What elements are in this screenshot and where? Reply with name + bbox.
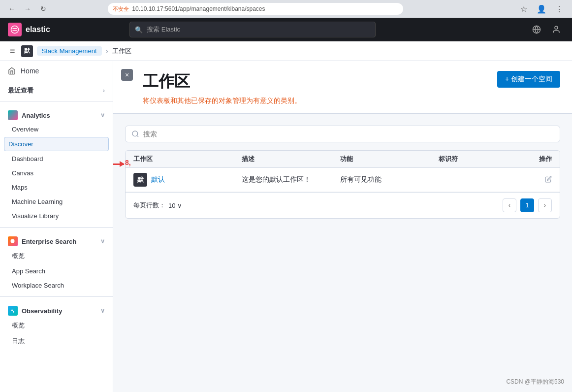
sidebar-item-overview[interactable]: Overview bbox=[0, 122, 113, 136]
enterprise-chevron-icon: ∨ bbox=[100, 238, 105, 245]
sidebar-item-ml[interactable]: Machine Learning bbox=[0, 195, 113, 209]
enterprise-label: Enterprise Search bbox=[22, 238, 76, 245]
sidebar-item-app-search[interactable]: App Search bbox=[0, 264, 113, 278]
workspace-badge: 默 bbox=[133, 173, 147, 187]
svg-line-9 bbox=[137, 135, 138, 137]
observability-label: Observability bbox=[22, 307, 62, 315]
sidebar-analytics-header[interactable]: Analytics ∨ bbox=[0, 105, 113, 122]
observability-section-label: Observability bbox=[8, 306, 62, 316]
prev-page-button[interactable]: ‹ bbox=[503, 198, 516, 212]
svg-point-6 bbox=[11, 239, 15, 243]
analytics-section-icon bbox=[8, 110, 18, 120]
content-header: × 工作区 将仪表板和其他已保存的对象管理为有意义的类别。 + 创建一个空间 bbox=[113, 61, 572, 114]
rows-per-page-select[interactable]: 10 ∨ bbox=[168, 202, 182, 209]
svg-point-5 bbox=[555, 26, 558, 29]
sidebar-enterprise-header[interactable]: Enterprise Search ∨ bbox=[0, 231, 113, 248]
sidebar-item-canvas[interactable]: Canvas bbox=[0, 166, 113, 180]
breadcrumb-management[interactable]: Stack Management bbox=[37, 46, 102, 56]
sidebar-recent-header[interactable]: 最近查看 › bbox=[0, 81, 113, 97]
rows-per-page: 每页行数： 10 ∨ bbox=[133, 201, 182, 210]
analytics-chevron-icon: ∨ bbox=[100, 112, 105, 119]
enterprise-section-icon bbox=[8, 236, 18, 246]
main-content: × 工作区 将仪表板和其他已保存的对象管理为有意义的类别。 + 创建一个空间 bbox=[113, 61, 572, 392]
main-layout: Home 最近查看 › Analytics ∨ Overview Discove… bbox=[0, 61, 572, 392]
kibana-topnav: elastic 🔍 搜索 Elastic bbox=[0, 18, 572, 41]
current-page-button[interactable]: 1 bbox=[520, 198, 534, 212]
user-icon-button[interactable] bbox=[548, 22, 564, 37]
elastic-logo[interactable]: elastic bbox=[8, 23, 50, 36]
pagination: 每页行数： 10 ∨ ‹ 1 › bbox=[126, 192, 560, 218]
sidebar-divider-1 bbox=[0, 101, 113, 101]
back-button[interactable]: ← bbox=[6, 3, 18, 15]
edit-pencil-icon[interactable] bbox=[545, 176, 552, 184]
search-placeholder-text: 搜索 Elastic bbox=[147, 25, 180, 34]
page-controls: ‹ 1 › bbox=[503, 198, 552, 212]
col-header-actions: 操作 bbox=[517, 155, 552, 163]
col-header-features: 功能 bbox=[340, 155, 439, 163]
next-page-button[interactable]: › bbox=[538, 198, 552, 212]
svg-point-0 bbox=[11, 26, 19, 33]
svg-point-8 bbox=[132, 131, 138, 136]
browser-actions: ☆ 👤 ⋮ bbox=[517, 3, 566, 15]
home-label: Home bbox=[21, 67, 39, 75]
browser-menu-button[interactable]: ⋮ bbox=[552, 3, 566, 15]
sidebar-item-enterprise-overview[interactable]: 概览 bbox=[0, 248, 113, 264]
workspace-edit-icon[interactable] bbox=[517, 176, 552, 184]
search-icon bbox=[131, 130, 139, 138]
globe-icon-button[interactable] bbox=[529, 22, 544, 37]
browser-bar: ← → ↻ 不安全 10.10.10.17:5601/app/managemen… bbox=[0, 0, 572, 18]
bookmark-button[interactable]: ☆ bbox=[517, 3, 531, 15]
sidebar-item-discover[interactable]: Discover bbox=[4, 137, 109, 151]
recent-chevron-icon: › bbox=[103, 87, 105, 94]
search-input-wrapper bbox=[126, 126, 560, 142]
rows-per-page-label: 每页行数： bbox=[133, 201, 165, 210]
forward-button[interactable]: → bbox=[22, 3, 33, 15]
secondary-nav: ≡ 默 Stack Management › 工作区 bbox=[0, 41, 572, 61]
rows-per-page-value: 10 bbox=[168, 202, 175, 209]
topnav-icons bbox=[529, 22, 564, 37]
workspace-description: 这是您的默认工作区！ bbox=[242, 175, 340, 184]
sidebar-item-visualize[interactable]: Visualize Library bbox=[0, 209, 113, 223]
hamburger-button[interactable]: ≡ bbox=[8, 44, 17, 58]
table-header: 工作区 描述 功能 标识符 操作 bbox=[126, 151, 560, 168]
search-bar[interactable]: 🔍 搜索 Elastic bbox=[129, 22, 376, 37]
table-row: 默 默认 这是您的默认工作区！ 所有可见功能 bbox=[126, 168, 560, 192]
sidebar-item-observability-overview[interactable]: 概览 bbox=[0, 318, 113, 333]
analytics-label: Analytics bbox=[22, 112, 50, 119]
observability-section-icon bbox=[8, 306, 18, 316]
table-container: 工作区 描述 功能 标识符 操作 默 默认 这是您的默认工作区！ 所有可见功能 bbox=[125, 150, 560, 219]
create-space-button[interactable]: + 创建一个空间 bbox=[497, 71, 560, 88]
search-input[interactable] bbox=[143, 130, 554, 138]
refresh-button[interactable]: ↻ bbox=[37, 3, 49, 15]
content-body: 工作区 描述 功能 标识符 操作 默 默认 这是您的默认工作区！ 所有可见功能 bbox=[113, 114, 572, 230]
profile-button[interactable]: 👤 bbox=[535, 3, 548, 15]
recent-label: 最近查看 bbox=[8, 86, 33, 95]
observability-chevron-icon: ∨ bbox=[100, 307, 105, 314]
breadcrumb-separator: › bbox=[106, 47, 108, 56]
workspace-features: 所有可见功能 bbox=[340, 175, 439, 184]
default-space-badge: 默 bbox=[21, 45, 33, 57]
elastic-logo-text: elastic bbox=[26, 25, 50, 34]
sidebar-item-workplace-search[interactable]: Workplace Search bbox=[0, 278, 113, 293]
url-text: 10.10.10.17:5601/app/management/kibana/s… bbox=[132, 5, 265, 12]
svg-line-7 bbox=[14, 242, 15, 243]
sidebar-item-logs[interactable]: 日志 bbox=[0, 333, 113, 349]
sidebar-item-dashboard[interactable]: Dashboard bbox=[0, 152, 113, 166]
rows-dropdown-chevron-icon: ∨ bbox=[177, 202, 182, 209]
breadcrumb-current: 工作区 bbox=[112, 47, 131, 56]
analytics-section-label: Analytics bbox=[8, 110, 50, 120]
sidebar: Home 最近查看 › Analytics ∨ Overview Discove… bbox=[0, 61, 113, 392]
sidebar-observability-header[interactable]: Observability ∨ bbox=[0, 301, 113, 318]
security-warning: 不安全 bbox=[113, 5, 129, 13]
col-header-identifier: 标识符 bbox=[439, 155, 517, 163]
close-button[interactable]: × bbox=[121, 69, 133, 81]
sidebar-divider-2 bbox=[0, 227, 113, 228]
sidebar-item-maps[interactable]: Maps bbox=[0, 180, 113, 195]
sidebar-divider-3 bbox=[0, 296, 113, 297]
col-header-workspace: 工作区 bbox=[133, 155, 242, 163]
search-icon: 🔍 bbox=[135, 26, 143, 33]
address-bar[interactable]: 不安全 10.10.10.17:5601/app/management/kiba… bbox=[108, 3, 403, 15]
workspace-name-link[interactable]: 默认 bbox=[151, 175, 165, 184]
sidebar-item-home[interactable]: Home bbox=[0, 61, 113, 81]
col-header-description: 描述 bbox=[242, 155, 340, 163]
